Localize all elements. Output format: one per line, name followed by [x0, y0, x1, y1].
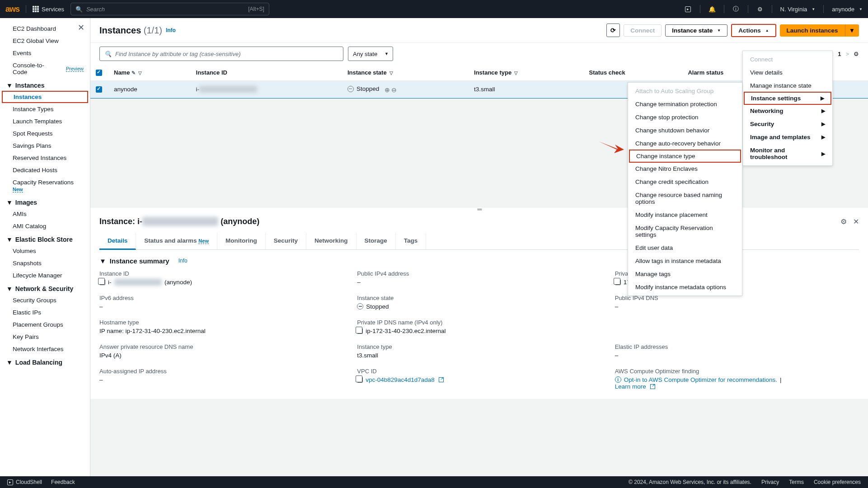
menu-view-details[interactable]: View details — [743, 66, 832, 79]
compute-optimizer-link[interactable]: Opt-in to AWS Compute Optimizer for reco… — [624, 376, 777, 383]
menu-instance-settings[interactable]: Instance settings▶ — [744, 92, 831, 105]
copy-icon[interactable] — [99, 279, 105, 285]
sidebar-item-spot-requests[interactable]: Spot Requests — [0, 127, 90, 140]
tab-security[interactable]: Security — [266, 233, 306, 249]
split-handle[interactable]: ═ — [90, 207, 868, 211]
select-all-checkbox[interactable] — [96, 70, 102, 76]
launch-instances-button[interactable]: Launch instances — [780, 24, 845, 37]
edit-icon[interactable]: ✎ — [131, 70, 136, 75]
sidebar-item-amis[interactable]: AMIs — [0, 208, 90, 220]
submenu-credit-specification[interactable]: Change credit specification — [628, 175, 742, 188]
submenu-capacity-reservation[interactable]: Modify Capacity Reservation settings — [628, 221, 742, 241]
instance-state-button[interactable]: Instance state — [665, 24, 727, 37]
sidebar-section-load-balancing[interactable]: ▼ Load Balancing — [0, 355, 90, 368]
vpc-link[interactable]: vpc-04b829ac4d1d7ada8 — [366, 376, 434, 383]
submenu-change-instance-type[interactable]: Change instance type — [629, 150, 741, 163]
menu-image-templates[interactable]: Image and templates▶ — [743, 131, 832, 144]
sidebar-item-ami-catalog[interactable]: AMI Catalog — [0, 220, 90, 232]
sidebar-item-launch-templates[interactable]: Launch Templates — [0, 115, 90, 127]
region-selector[interactable]: N. Virginia — [780, 6, 816, 13]
cloudshell-button[interactable]: ▸CloudShell — [7, 479, 42, 485]
cloudshell-icon[interactable]: ▸ — [685, 5, 692, 13]
sidebar-item-network-interfaces[interactable]: Network Interfaces — [0, 343, 90, 355]
sidebar-item-ec2-global-view[interactable]: EC2 Global View — [0, 35, 90, 47]
filter-search[interactable]: 🔍 Find Instance by attribute or tag (cas… — [99, 47, 343, 61]
info-link[interactable]: Info — [166, 27, 176, 33]
sidebar-item-instance-types[interactable]: Instance Types — [0, 103, 90, 115]
menu-networking[interactable]: Networking▶ — [743, 104, 832, 117]
submenu-allow-tags-metadata[interactable]: Allow tags in instance metadata — [628, 254, 742, 267]
submenu-termination-protection[interactable]: Change termination protection — [628, 98, 742, 111]
gear-icon[interactable]: ⚙ — [854, 51, 859, 57]
sidebar-item-elastic-ips[interactable]: Elastic IPs — [0, 306, 90, 319]
submenu-auto-recovery[interactable]: Change auto-recovery behavior — [628, 137, 742, 150]
section-instance-summary[interactable]: ▼ Instance summary Info — [99, 257, 859, 265]
top-navigation: aws Services 🔍 Search [Alt+S] ▸ 🔔 ⓘ ⚙ N.… — [0, 0, 868, 18]
submenu-metadata-options[interactable]: Modify instance metadata options — [628, 281, 742, 294]
sidebar-section-network-security[interactable]: ▼ Network & Security — [0, 282, 90, 294]
services-menu[interactable]: Services — [33, 6, 64, 13]
privacy-link[interactable]: Privacy — [761, 479, 779, 485]
sidebar-item-dedicated-hosts[interactable]: Dedicated Hosts — [0, 164, 90, 176]
sort-icon[interactable]: ▽ — [514, 72, 518, 74]
close-icon[interactable]: ✕ — [853, 217, 859, 226]
learn-more-link[interactable]: Learn more — [615, 383, 646, 390]
tab-monitoring[interactable]: Monitoring — [217, 233, 266, 249]
sort-icon[interactable]: ▽ — [138, 72, 142, 74]
sidebar-item-lifecycle-manager[interactable]: Lifecycle Manager — [0, 269, 90, 282]
tab-storage[interactable]: Storage — [357, 233, 396, 249]
aws-logo[interactable]: aws — [5, 5, 19, 14]
notifications-icon[interactable]: 🔔 — [708, 5, 716, 13]
menu-manage-instance-state[interactable]: Manage instance state — [743, 79, 832, 92]
copy-icon[interactable] — [357, 377, 363, 383]
row-checkbox[interactable] — [96, 86, 102, 93]
sidebar-item-savings-plans[interactable]: Savings Plans — [0, 140, 90, 152]
sidebar-item-snapshots[interactable]: Snapshots — [0, 257, 90, 269]
feedback-link[interactable]: Feedback — [51, 479, 75, 485]
cookie-preferences-link[interactable]: Cookie preferences — [814, 479, 861, 485]
sidebar-item-events[interactable]: Events — [0, 47, 90, 59]
tab-tags[interactable]: Tags — [396, 233, 427, 249]
settings-icon[interactable]: ⚙ — [756, 5, 764, 13]
global-search[interactable]: 🔍 Search [Alt+S] — [70, 3, 269, 15]
submenu-shutdown-behavior[interactable]: Change shutdown behavior — [628, 124, 742, 137]
sidebar-item-volumes[interactable]: Volumes — [0, 245, 90, 257]
state-filter[interactable]: Any state — [348, 47, 393, 61]
sidebar-item-instances[interactable]: Instances — [2, 91, 88, 103]
copy-icon[interactable] — [357, 328, 363, 334]
sidebar-section-images[interactable]: ▼ Images — [0, 195, 90, 208]
zoom-in-icon[interactable]: ⊕ — [385, 87, 390, 94]
menu-monitor-troubleshoot[interactable]: Monitor and troubleshoot▶ — [743, 144, 832, 164]
terms-link[interactable]: Terms — [789, 479, 804, 485]
submenu-resource-naming[interactable]: Change resource based naming options — [628, 188, 742, 208]
submenu-edit-user-data[interactable]: Edit user data — [628, 241, 742, 254]
pager-next[interactable]: > — [845, 51, 849, 57]
sidebar-section-ebs[interactable]: ▼ Elastic Block Store — [0, 232, 90, 245]
submenu-manage-tags[interactable]: Manage tags — [628, 267, 742, 281]
refresh-button[interactable]: ⟳ — [606, 23, 620, 37]
submenu-instance-placement[interactable]: Modify instance placement — [628, 208, 742, 221]
close-icon[interactable]: ✕ — [78, 23, 84, 33]
launch-instances-caret[interactable]: ▼ — [845, 24, 859, 37]
copy-icon[interactable] — [615, 279, 621, 285]
sidebar-item-capacity-reservations[interactable]: Capacity ReservationsNew — [0, 176, 90, 195]
account-selector[interactable]: anynode — [832, 6, 863, 13]
menu-security[interactable]: Security▶ — [743, 117, 832, 131]
actions-button[interactable]: Actions — [731, 24, 776, 37]
gear-icon[interactable]: ⚙ — [840, 217, 847, 226]
sidebar-item-console-to-code[interactable]: Console-to-Code Preview — [0, 59, 90, 78]
sidebar-item-key-pairs[interactable]: Key Pairs — [0, 331, 90, 343]
help-icon[interactable]: ⓘ — [732, 5, 740, 13]
sidebar-item-security-groups[interactable]: Security Groups — [0, 294, 90, 306]
zoom-out-icon[interactable]: ⊖ — [391, 87, 397, 94]
sidebar-item-placement-groups[interactable]: Placement Groups — [0, 319, 90, 331]
sidebar-section-instances[interactable]: ▼ Instances — [0, 78, 90, 91]
sort-icon[interactable]: ▽ — [389, 72, 393, 74]
tab-networking[interactable]: Networking — [306, 233, 357, 249]
sidebar-item-ec2-dashboard[interactable]: EC2 Dashboard — [0, 23, 90, 35]
submenu-nitro-enclaves[interactable]: Change Nitro Enclaves — [628, 162, 742, 175]
tab-details[interactable]: Details — [99, 233, 136, 250]
sidebar-item-reserved-instances[interactable]: Reserved Instances — [0, 152, 90, 164]
tab-status-alarms[interactable]: Status and alarms New — [136, 233, 217, 249]
submenu-stop-protection[interactable]: Change stop protection — [628, 111, 742, 124]
